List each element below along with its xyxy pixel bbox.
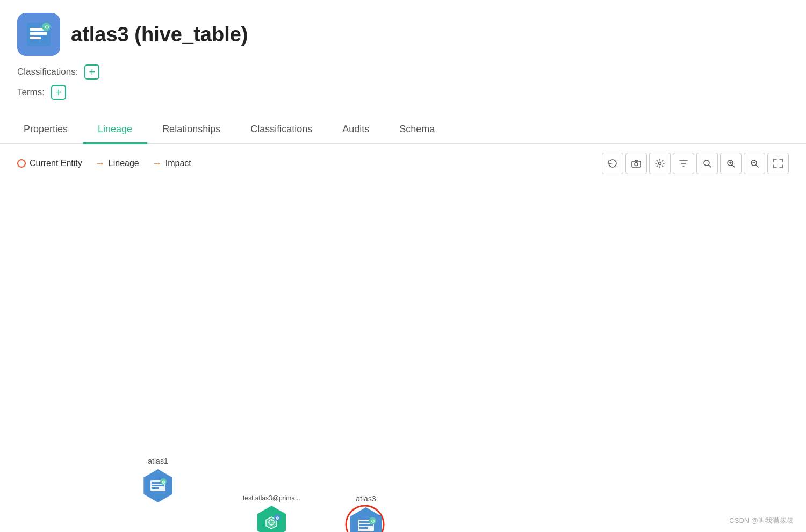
fullscreen-button[interactable] [767, 153, 789, 174]
svg-rect-3 [30, 37, 41, 39]
svg-point-7 [635, 163, 638, 166]
classifications-row: Classifications: + [17, 64, 789, 80]
node-process-label: test.atlas3@prima... [243, 494, 300, 502]
svg-rect-32 [359, 524, 373, 526]
tab-audits[interactable]: Audits [327, 116, 384, 144]
svg-text:⚙: ⚙ [162, 480, 165, 485]
node-atlas3-label: atlas3 [356, 494, 376, 503]
svg-text:⚙: ⚙ [371, 519, 375, 524]
lineage-arrows [0, 183, 806, 484]
tab-lineage[interactable]: Lineage [83, 116, 147, 144]
tab-schema[interactable]: Schema [384, 116, 450, 144]
add-term-button[interactable]: + [51, 85, 66, 100]
settings-button[interactable] [649, 153, 671, 174]
tab-classifications[interactable]: Classifications [235, 116, 327, 144]
lineage-arrow-icon: → [95, 158, 105, 169]
legend-current-entity: Current Entity [17, 159, 82, 168]
meta-section: Classifications: + Terms: + [0, 64, 806, 112]
entity-title: atlas3 (hive_table) [71, 23, 248, 46]
node-atlas1-icon: ⚙ [141, 469, 175, 502]
node-atlas1-shape: ⚙ [141, 469, 175, 503]
impact-label: Impact [165, 159, 191, 168]
node-atlas1[interactable]: atlas1 ⚙ [141, 457, 175, 503]
search-button[interactable] [696, 153, 718, 174]
filter-button[interactable] [673, 153, 694, 174]
node-atlas3[interactable]: atlas3 ⚙ [347, 494, 385, 532]
zoom-in-button[interactable] [720, 153, 742, 174]
classifications-label: Classifications: [17, 67, 78, 77]
lineage-canvas: atlas1 ⚙ atlas2 [0, 183, 806, 484]
camera-button[interactable] [625, 153, 647, 174]
header: ⚙ atlas3 (hive_table) [0, 0, 806, 64]
terms-row: Terms: + [17, 85, 789, 100]
refresh-button[interactable] [602, 153, 623, 174]
current-entity-icon [17, 159, 26, 168]
impact-arrow-icon: → [152, 158, 162, 169]
toolbar-buttons [602, 153, 789, 174]
tab-properties[interactable]: Properties [9, 116, 83, 144]
footer-text: CSDN @叫我满叔叔 [729, 516, 793, 524]
svg-rect-16 [152, 487, 159, 489]
lineage-label: Lineage [109, 159, 139, 168]
svg-point-8 [659, 162, 661, 165]
legend-impact: → Impact [152, 158, 191, 169]
legend-lineage: → Lineage [95, 158, 139, 169]
tab-relationships[interactable]: Relationships [147, 116, 235, 144]
node-process[interactable]: test.atlas3@prima... ⚙ [243, 494, 300, 532]
svg-rect-2 [30, 32, 47, 35]
legend: Current Entity → Lineage → Impact [17, 158, 191, 169]
footer: CSDN @叫我满叔叔 [729, 516, 793, 526]
node-atlas3-shape: ⚙ [347, 506, 385, 532]
node-atlas1-label: atlas1 [148, 457, 168, 465]
svg-rect-33 [359, 527, 368, 529]
zoom-out-button[interactable] [744, 153, 765, 174]
tabs-bar: Properties Lineage Relationships Classif… [0, 116, 806, 144]
entity-icon: ⚙ [17, 13, 60, 56]
node-process-shape: ⚙ [254, 505, 289, 532]
terms-label: Terms: [17, 87, 45, 98]
lineage-toolbar: Current Entity → Lineage → Impact [0, 144, 806, 183]
svg-rect-6 [632, 161, 641, 167]
current-entity-label: Current Entity [30, 159, 82, 168]
add-classification-button[interactable]: + [84, 64, 99, 80]
node-process-icon: ⚙ [255, 506, 288, 532]
svg-text:⚙: ⚙ [276, 516, 279, 521]
svg-rect-15 [152, 485, 164, 486]
svg-text:⚙: ⚙ [45, 24, 49, 30]
